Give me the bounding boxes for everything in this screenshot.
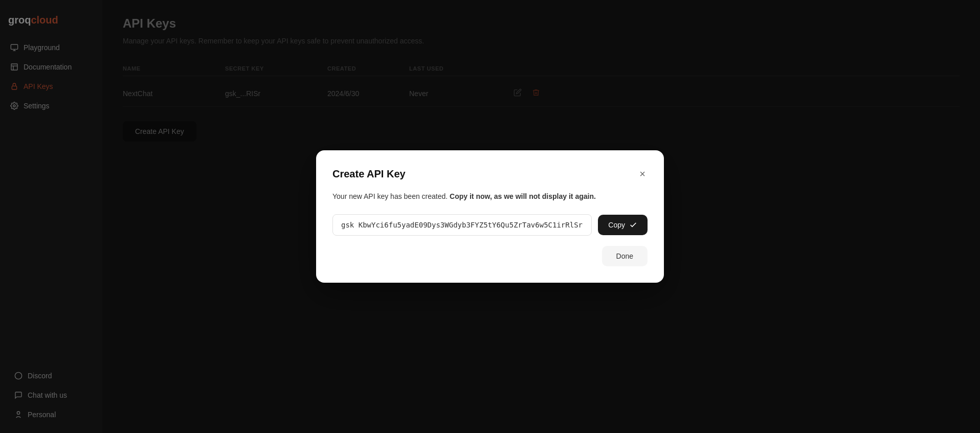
api-key-row: Copy: [332, 214, 648, 236]
copy-button[interactable]: Copy: [598, 215, 648, 235]
copy-button-label: Copy: [608, 221, 625, 229]
modal-description-plain: Your new API key has been created.: [332, 192, 450, 200]
modal-overlay: Create API Key × Your new API key has be…: [0, 0, 980, 433]
modal-header: Create API Key ×: [332, 167, 648, 181]
modal-description-bold: Copy it now, as we will not display it a…: [450, 192, 596, 200]
modal-title: Create API Key: [332, 168, 406, 180]
modal-footer: Done: [332, 246, 648, 266]
create-api-key-modal: Create API Key × Your new API key has be…: [316, 150, 664, 283]
modal-description: Your new API key has been created. Copy …: [332, 191, 648, 202]
checkmark-icon: [629, 221, 637, 229]
api-key-input[interactable]: [332, 214, 592, 236]
modal-close-button[interactable]: ×: [637, 167, 648, 181]
done-button[interactable]: Done: [602, 246, 648, 266]
